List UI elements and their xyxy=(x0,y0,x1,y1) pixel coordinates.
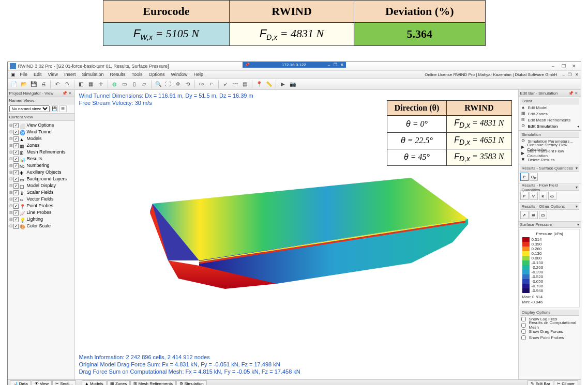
tab-simulation[interactable]: ⚙ Simulation xyxy=(176,380,207,385)
mdi-min-icon[interactable]: – xyxy=(563,72,565,77)
results-cp-icon[interactable]: Cp xyxy=(198,80,206,88)
tab-models[interactable]: ▲ Models xyxy=(82,380,107,385)
menu-insert[interactable]: Insert xyxy=(61,72,79,77)
maximize-button[interactable]: ❐ xyxy=(559,64,568,69)
tree-item-scalar-fields[interactable]: ⊞✓🌡Scalar Fields xyxy=(8,189,74,196)
tree-item-auxiliary-objects[interactable]: ⊞✓✚Auxiliary Objects xyxy=(8,169,74,176)
undo-icon[interactable]: ↶ xyxy=(53,80,62,88)
sim-item-start-transient-flow-calculation[interactable]: ▶Start Transient Flow Calculation xyxy=(520,150,579,157)
save-view-icon[interactable]: 💾 xyxy=(51,105,58,112)
menu-file[interactable]: File xyxy=(17,72,31,77)
pan-icon[interactable]: ✥ xyxy=(174,80,182,88)
result-cp-button[interactable]: Cₚ xyxy=(530,173,538,181)
snapshot-icon[interactable]: 📷 xyxy=(289,80,297,88)
navigator-tree[interactable]: ⊞✓⬜View Options⊞✓🌀Wind Tunnel⊞✓▲Models⊞✓… xyxy=(8,121,74,379)
tree-item-lighting[interactable]: ⊞✓💡Lighting xyxy=(8,216,74,223)
probe-icon[interactable]: 📍 xyxy=(255,80,263,88)
remote-min-icon[interactable]: – xyxy=(328,63,330,67)
open-icon[interactable]: 📂 xyxy=(20,80,28,88)
result-p-button[interactable]: P xyxy=(520,173,529,181)
pin-icon[interactable]: 📌 xyxy=(568,91,574,96)
new-icon[interactable]: 📄 xyxy=(10,80,18,88)
mdi-close-icon[interactable]: ✕ xyxy=(575,72,579,77)
axes-icon[interactable]: ✛ xyxy=(97,80,105,88)
tab-clipper[interactable]: ✂ Clipper xyxy=(554,380,578,385)
manage-views-icon[interactable]: ☰ xyxy=(59,105,67,112)
menu-view[interactable]: View xyxy=(45,72,61,77)
slice-icon[interactable]: ▤ xyxy=(241,80,249,88)
tab-view[interactable]: 👁 View xyxy=(32,380,52,385)
editor-item-edit-model[interactable]: ▲Edit Model xyxy=(520,104,579,111)
editor-item-edit-zones[interactable]: ▦Edit Zones xyxy=(520,111,579,117)
editor-item-edit-simulation[interactable]: ⚙Edit Simulation◂ xyxy=(520,123,579,129)
display-option-results-on-computational-mesh[interactable]: Results on Computational Mesh xyxy=(520,322,579,328)
tree-item-background-layers[interactable]: ⊞✓▭Background Layers xyxy=(8,176,74,182)
stream-icon[interactable]: 〰 xyxy=(231,80,239,88)
display-option-show-point-probes[interactable]: Show Point Probes xyxy=(520,334,579,341)
tree-item-vector-fields[interactable]: ⊞✓➳Vector Fields xyxy=(8,196,74,203)
print-icon[interactable]: 🖨 xyxy=(39,80,48,88)
menu-help[interactable]: Help xyxy=(191,72,207,77)
vector-icon[interactable]: ➹ xyxy=(221,80,230,88)
tab-sections[interactable]: ✂ Secti... xyxy=(52,380,76,385)
tree-item-line-probes[interactable]: ⊞✓📈Line Probes xyxy=(8,209,74,216)
minimize-button[interactable]: – xyxy=(549,64,558,69)
mdi-restore-icon[interactable]: ❐ xyxy=(568,72,571,77)
menu-options[interactable]: Options xyxy=(145,72,168,77)
view-front-icon[interactable]: ▭ xyxy=(120,80,129,88)
tab-edit-bar[interactable]: ✎ Edit Bar xyxy=(527,380,553,385)
tab-mesh-refinements[interactable]: ⊞ Mesh Refinements xyxy=(130,380,176,385)
zoom-in-icon[interactable]: 🔍 xyxy=(154,80,162,88)
close-button[interactable]: ✕ xyxy=(569,64,579,69)
close-icon[interactable]: ✕ xyxy=(574,91,579,96)
tree-item-models[interactable]: ⊞✓▲Models xyxy=(8,135,74,142)
tree-item-color-scale[interactable]: ⊞✓🎨Color Scale xyxy=(8,223,74,229)
viewport-3d[interactable]: Wind Tunnel Dimensions: Dx = 116.91 m, D… xyxy=(75,90,519,379)
tree-item-wind-tunnel[interactable]: ⊞✓🌀Wind Tunnel xyxy=(8,129,74,135)
named-views-select[interactable]: No named views xyxy=(9,105,50,112)
flow-p-button[interactable]: P xyxy=(520,192,529,200)
tab-zones[interactable]: ▦ Zones xyxy=(107,380,130,385)
simulation-section-header: Simulation xyxy=(520,132,579,138)
view-cube-icon[interactable]: ◍ xyxy=(111,80,119,88)
tree-item-mesh-refinements[interactable]: ⊞✓⊞Mesh Refinements xyxy=(8,149,74,156)
tree-item-results[interactable]: ⊞✓📊Results xyxy=(8,156,74,162)
menu-edit[interactable]: Edit xyxy=(31,72,45,77)
remote-connection-bar[interactable]: 📌 172.16.0.122 – ❐ ✕ xyxy=(243,61,346,68)
rotate-icon[interactable]: ⟲ xyxy=(184,80,192,88)
view-side-icon[interactable]: ▯ xyxy=(130,80,139,88)
menu-window[interactable]: Window xyxy=(168,72,191,77)
menu-results[interactable]: Results xyxy=(107,72,128,77)
remote-close-icon[interactable]: ✕ xyxy=(340,63,344,67)
cube-icon[interactable]: ◧ xyxy=(77,80,85,88)
tree-item-zones[interactable]: ⊞✓▦Zones xyxy=(8,142,74,149)
tree-item-model-display[interactable]: ⊞✓◫Model Display xyxy=(8,182,74,189)
colorbar-row: -0.650 xyxy=(522,279,577,284)
tree-item-point-probes[interactable]: ⊞✓📍Point Probes xyxy=(8,203,74,209)
other-3-button[interactable]: ▭ xyxy=(539,211,547,219)
tree-item-numbering[interactable]: ⊞✓№Numbering xyxy=(8,162,74,169)
redo-icon[interactable]: ↷ xyxy=(63,80,71,88)
flow-w-button[interactable]: ω xyxy=(548,192,556,200)
flow-k-button[interactable]: k xyxy=(539,192,547,200)
editor-item-edit-mesh-refinements[interactable]: ⊞Edit Mesh Refinements xyxy=(520,117,579,123)
pin-icon[interactable]: 📌 xyxy=(245,63,250,67)
zoom-fit-icon[interactable]: ⛶ xyxy=(164,80,172,88)
measure-icon[interactable]: 📏 xyxy=(265,80,273,88)
pin-panel-icon[interactable]: 📌 xyxy=(62,91,67,96)
other-2-button[interactable]: ≋ xyxy=(530,211,538,219)
animate-icon[interactable]: ▶ xyxy=(279,80,287,88)
tree-item-view-options[interactable]: ⊞✓⬜View Options xyxy=(8,122,74,129)
grid-icon[interactable]: ▦ xyxy=(87,80,95,88)
menu-simulation[interactable]: Simulation xyxy=(79,72,107,77)
remote-restore-icon[interactable]: ❐ xyxy=(334,63,337,67)
mdi-icon[interactable]: ▣ xyxy=(10,72,17,77)
flow-v-button[interactable]: V xyxy=(530,192,538,200)
view-top-icon[interactable]: ▱ xyxy=(140,80,148,88)
save-icon[interactable]: 💾 xyxy=(29,80,38,88)
tab-data[interactable]: 📊 Data xyxy=(10,380,31,385)
menu-tools[interactable]: Tools xyxy=(128,72,145,77)
close-panel-icon[interactable]: ✕ xyxy=(68,91,73,96)
results-p-icon[interactable]: P xyxy=(207,80,216,88)
other-1-button[interactable]: ↗ xyxy=(520,211,529,219)
